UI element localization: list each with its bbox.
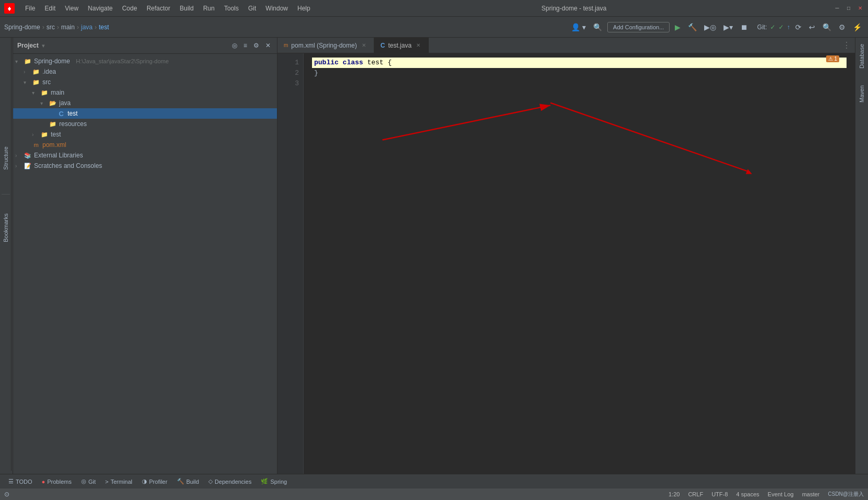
tree-label-test-file: test — [68, 110, 77, 117]
code-editor[interactable]: public class test { } — [304, 53, 855, 474]
settings-button[interactable]: ⚙ — [837, 21, 848, 33]
terminal-icon: > — [105, 479, 108, 485]
profiler-label: Profiler — [149, 479, 168, 485]
menu-file[interactable]: File — [21, 4, 39, 13]
tree-item-java[interactable]: ▾ 📂 java — [13, 98, 277, 108]
breadcrumb-main[interactable]: main — [61, 24, 75, 31]
panel-close-button[interactable]: ✕ — [263, 41, 273, 50]
bottom-tab-problems[interactable]: ● Problems — [38, 478, 76, 486]
profile-icon-button[interactable]: 👤 ▾ — [569, 21, 588, 33]
tree-item-ext-libs[interactable]: › 📚 External Libraries — [13, 150, 277, 161]
menu-navigate[interactable]: Navigate — [84, 4, 117, 13]
status-position[interactable]: 1:20 — [669, 491, 680, 497]
tree-item-resources[interactable]: 📁 resources — [13, 119, 277, 129]
breadcrumb: Spring-dome › src › main › java › test — [4, 24, 109, 31]
menu-run[interactable]: Run — [199, 4, 219, 13]
tree-item-test-folder[interactable]: › 📁 test — [13, 129, 277, 140]
menu-refactor[interactable]: Refactor — [142, 4, 174, 13]
tab-close-test-java[interactable]: ✕ — [415, 42, 422, 49]
bottom-tab-spring[interactable]: 🌿 Spring — [257, 477, 291, 486]
git-rollback-button[interactable]: ↩ — [807, 21, 817, 33]
build-button[interactable]: 🔨 — [686, 21, 699, 33]
bottom-tab-git[interactable]: ◎ Git — [77, 477, 100, 486]
minimize-button[interactable]: ─ — [833, 5, 841, 12]
run-button[interactable]: ▶ — [673, 21, 683, 33]
tab-pom[interactable]: m pom.xml (Spring-dome) ✕ — [277, 38, 374, 53]
breadcrumb-class[interactable]: test — [99, 24, 109, 31]
menu-code[interactable]: Code — [118, 4, 141, 13]
menu-git[interactable]: Git — [244, 4, 260, 13]
git-branch-status[interactable]: master — [802, 491, 820, 497]
breadcrumb-java[interactable]: java — [81, 24, 93, 31]
panel-gear-button[interactable]: ⚙ — [251, 41, 261, 50]
tree-item-pom[interactable]: m pom.xml — [13, 140, 277, 150]
bottom-tab-build[interactable]: 🔨 Build — [173, 477, 203, 486]
status-spinning-icon: ⊙ — [4, 491, 9, 498]
git-history-button[interactable]: ⟳ — [793, 21, 804, 33]
tree-item-src[interactable]: ▾ 📁 src — [13, 77, 277, 87]
tree-arrow-main: ▾ — [32, 90, 38, 96]
panel-title-arrow: ▾ — [42, 43, 44, 49]
bottom-tab-dependencies[interactable]: ◇ Dependencies — [204, 477, 255, 486]
tree-item-idea[interactable]: › 📁 .idea — [13, 66, 277, 77]
power-button[interactable]: ⚡ — [851, 21, 864, 33]
status-right: 1:20 CRLF UTF-8 4 spaces Event Log maste… — [669, 491, 864, 498]
panel-locate-button[interactable]: ◎ — [230, 41, 239, 50]
tree-label-pom: pom.xml — [42, 141, 66, 149]
menu-window[interactable]: Window — [261, 4, 292, 13]
tree-arrow-test-folder: › — [32, 132, 38, 138]
status-encoding[interactable]: UTF-8 — [711, 491, 728, 497]
vtab-maven[interactable]: Maven — [856, 81, 867, 107]
panel-title: Project ▾ — [17, 42, 44, 49]
tree-label-test-folder: test — [51, 131, 61, 138]
tree-root[interactable]: ▾ 📁 Spring-dome H:\Java_star\javaStar2\S… — [13, 56, 277, 66]
menu-edit[interactable]: Edit — [40, 4, 60, 13]
status-notifications[interactable]: CSDN@注册入 — [828, 491, 864, 498]
more-run-button[interactable]: ▶▾ — [721, 21, 735, 33]
status-indent[interactable]: 4 spaces — [736, 491, 759, 497]
tab-icon-java: C — [381, 42, 385, 49]
search-everywhere-button[interactable]: 🔍 — [591, 21, 604, 33]
tab-close-pom[interactable]: ✕ — [360, 42, 368, 49]
status-event-log[interactable]: Event Log — [767, 491, 794, 497]
folder-icon-root: 📁 — [24, 57, 32, 65]
breadcrumb-sep1: › — [42, 24, 44, 31]
vtab-structure[interactable]: Structure — [1, 142, 11, 174]
add-configuration-button[interactable]: Add Configuration... — [607, 22, 670, 32]
folder-icon-main: 📁 — [40, 88, 49, 97]
menu-build[interactable]: Build — [175, 4, 198, 13]
tree-arrow-scratches: › — [15, 163, 21, 169]
menu-help[interactable]: Help — [293, 4, 315, 13]
folder-icon-test: 📁 — [40, 130, 49, 139]
java-file-icon: C — [57, 109, 65, 118]
status-line-sep[interactable]: CRLF — [688, 491, 703, 497]
panel-icons: ◎ ≡ ⚙ ✕ — [230, 41, 273, 50]
stop-button[interactable]: ⏹ — [738, 21, 750, 33]
vtab-bookmarks[interactable]: Bookmarks — [1, 209, 11, 246]
search-button[interactable]: 🔍 — [820, 21, 833, 33]
tab-test-java[interactable]: C test.java ✕ — [374, 38, 429, 53]
tabs-more-button[interactable]: ⋮ — [838, 40, 855, 50]
close-button[interactable]: ✕ — [856, 5, 864, 12]
folder-icon-idea: 📁 — [32, 67, 40, 76]
tree-item-test-file[interactable]: C test — [13, 108, 277, 119]
panel-collapse-button[interactable]: ≡ — [241, 41, 249, 50]
line-num-1: 1 — [277, 58, 303, 68]
terminal-label: Terminal — [110, 479, 132, 485]
status-left: ⊙ — [4, 491, 9, 498]
menu-view[interactable]: View — [61, 4, 83, 13]
bottom-tab-profiler[interactable]: ◑ Profiler — [138, 477, 172, 486]
breadcrumb-src[interactable]: src — [47, 24, 55, 31]
project-panel: Project ▾ ◎ ≡ ⚙ ✕ ▾ 📁 Spring-dome H:\Jav… — [13, 38, 277, 474]
bottom-tab-todo[interactable]: ☰ TODO — [4, 477, 37, 486]
tree-item-main[interactable]: ▾ 📁 main — [13, 87, 277, 98]
keyword-class: class — [343, 59, 368, 66]
vtab-database[interactable]: Database — [856, 40, 867, 73]
menu-tools[interactable]: Tools — [220, 4, 243, 13]
java-folder-icon: 📂 — [49, 99, 57, 107]
coverage-button[interactable]: ▶◎ — [702, 21, 718, 33]
bottom-tab-terminal[interactable]: > Terminal — [101, 478, 137, 486]
maximize-button[interactable]: □ — [845, 5, 852, 12]
breadcrumb-project[interactable]: Spring-dome — [4, 24, 40, 31]
tree-item-scratches[interactable]: › 📝 Scratches and Consoles — [13, 161, 277, 171]
